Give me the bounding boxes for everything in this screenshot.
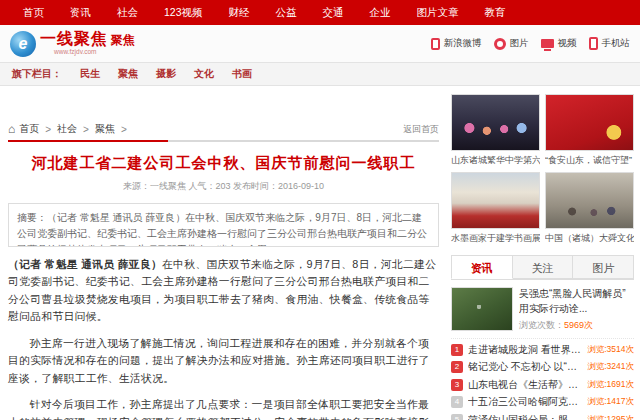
view-count: 浏览:3241次 xyxy=(587,361,634,373)
weibo-icon xyxy=(431,38,440,50)
photo-thumbnail-stage xyxy=(451,94,540,151)
subnav-wenhua[interactable]: 文化 xyxy=(194,67,214,81)
nav-society[interactable]: 社会 xyxy=(104,0,151,25)
rank-badge: 1 xyxy=(451,344,463,356)
photo-item[interactable]: 中国（诸城）大舜文化节 xyxy=(545,172,634,245)
article-title: 河北建工省二建公司工会中秋、国庆节前慰问一线职工 xyxy=(8,154,439,173)
quicklink-weibo[interactable]: 新浪微博 xyxy=(431,37,482,50)
photo-caption: 中国（诸城）大舜文化节 xyxy=(545,232,634,245)
breadcrumb-jujiao[interactable]: 聚焦 xyxy=(95,122,115,136)
subnav-minsheng[interactable]: 民生 xyxy=(80,67,100,81)
home-icon: ⌂ xyxy=(8,124,15,134)
subnav-shuhua[interactable]: 书画 xyxy=(232,67,252,81)
photo-thumbnail-banner xyxy=(545,94,634,151)
photo-caption: “食安山东，诚信守望” xyxy=(545,154,634,167)
site-header: e 一线聚焦聚焦 www.fzjdv.com 新浪微博 图片 视频 手机站 xyxy=(0,25,640,62)
view-count: 浏览:1295次 xyxy=(587,414,634,420)
nav-photo-articles[interactable]: 图片文章 xyxy=(404,0,472,25)
nav-news[interactable]: 资讯 xyxy=(57,0,104,25)
rank-badge: 2 xyxy=(451,361,463,373)
nav-123video[interactable]: 123视频 xyxy=(151,0,216,25)
news-list-item[interactable]: 5 菏泽仿山国税分局：服务凸显 浏览:1295次 xyxy=(451,411,634,420)
sidebar-tabs: 资讯 关注 图片 xyxy=(451,255,634,280)
tab-tupian[interactable]: 图片 xyxy=(573,255,634,279)
nav-enterprise[interactable]: 企业 xyxy=(357,0,404,25)
nav-education[interactable]: 教育 xyxy=(472,0,519,25)
logo-title: 一线聚焦 xyxy=(40,30,108,47)
site-logo[interactable]: e 一线聚焦聚焦 www.fzjdv.com xyxy=(10,31,135,57)
quicklink-mobile[interactable]: 手机站 xyxy=(589,37,631,50)
photo-item[interactable]: “食安山东，诚信守望” xyxy=(545,94,634,167)
camera-icon xyxy=(494,38,506,50)
tab-guanzhu[interactable]: 关注 xyxy=(513,255,574,279)
photo-grid: 山东诸城繁华中学第六届 “食安山东，诚信守望” 水墨画家于建学书画展在 中国（诸… xyxy=(451,94,634,250)
news-list-item[interactable]: 3 山东电视台《生活帮》摄制组来 浏览:1691次 xyxy=(451,376,634,394)
sidebar: 山东诸城繁华中学第六届 “食安山东，诚信守望” 水墨画家于建学书画展在 中国（诸… xyxy=(445,86,640,420)
news-list-item[interactable]: 2 铭记党心 不忘初心 以“四讲四 浏览:3241次 xyxy=(451,359,634,377)
news-list-item[interactable]: 1 走进诸城殷龙洞 看世界地质奇观 浏览:3514次 xyxy=(451,341,634,359)
article-paragraph: （记者 常魁星 通讯员 薛亚良）在中秋、国庆双节来临之际，9月7日、8日，河北二… xyxy=(8,256,439,326)
nav-charity[interactable]: 公益 xyxy=(263,0,310,25)
article-paragraph: 针对今后项目工作，孙主席提出了几点要求：一是项目部全体职工要把安全当作最大的效益… xyxy=(8,396,439,420)
logo-globe-icon: e xyxy=(10,31,36,57)
news-list: 1 走进诸城殷龙洞 看世界地质奇观 浏览:3514次 2 铭记党心 不忘初心 以… xyxy=(451,341,634,420)
article-column: ⌂ 首页 > 社会 > 聚焦 > 返回首页 河北建工省二建公司工会中秋、国庆节前… xyxy=(0,86,445,420)
news-list-item[interactable]: 4 十五冶三公司哈铜阿克托盖项目 浏览:1417次 xyxy=(451,394,634,412)
nav-finance[interactable]: 财经 xyxy=(216,0,263,25)
photo-thumbnail-crowd xyxy=(545,172,634,229)
back-home-link[interactable]: 返回首页 xyxy=(403,123,439,136)
breadcrumb-home[interactable]: 首页 xyxy=(19,122,39,136)
breadcrumb-underline xyxy=(8,140,168,142)
photo-caption: 水墨画家于建学书画展在 xyxy=(451,232,540,245)
view-count: 浏览:3514次 xyxy=(587,344,634,356)
quicklink-video[interactable]: 视频 xyxy=(541,37,577,50)
rank-badge: 4 xyxy=(451,396,463,408)
featured-thumbnail xyxy=(451,287,513,331)
article-meta: 来源：一线聚焦 人气：203 发布时间：2016-09-10 xyxy=(8,180,439,193)
photo-thumbnail-building xyxy=(451,172,540,229)
byline: （记者 常魁星 通讯员 薛亚良） xyxy=(8,258,162,270)
breadcrumb: ⌂ 首页 > 社会 > 聚焦 > 返回首页 xyxy=(8,122,439,142)
article-paragraph: 孙主席一行进入现场了解施工情况，询问工程进展和存在的困难，并分别就各个项目的实际… xyxy=(8,335,439,387)
logo-subtitle: 聚焦 xyxy=(111,33,135,47)
main-content: ⌂ 首页 > 社会 > 聚焦 > 返回首页 河北建工省二建公司工会中秋、国庆节前… xyxy=(0,86,640,420)
rank-badge: 5 xyxy=(451,414,463,420)
photo-item[interactable]: 山东诸城繁华中学第六届 xyxy=(451,94,540,167)
subnav-jujiao[interactable]: 聚焦 xyxy=(118,67,138,81)
subnav-sheying[interactable]: 摄影 xyxy=(156,67,176,81)
photo-caption: 山东诸城繁华中学第六届 xyxy=(451,154,540,167)
nav-home[interactable]: 首页 xyxy=(10,0,57,25)
featured-views: 浏览次数：5969次 xyxy=(519,319,634,332)
article-summary: 摘要：（记者 常魁星 通讯员 薛亚良）在中秋、国庆双节来临之际，9月7日、8日，… xyxy=(8,203,439,247)
logo-url: www.fzjdv.com xyxy=(54,49,135,56)
header-quick-links: 新浪微博 图片 视频 手机站 xyxy=(431,37,631,50)
nav-traffic[interactable]: 交通 xyxy=(310,0,357,25)
tab-zixun[interactable]: 资讯 xyxy=(451,255,513,279)
quicklink-pictures[interactable]: 图片 xyxy=(494,37,529,50)
phone-icon xyxy=(589,37,598,50)
photo-item[interactable]: 水墨画家于建学书画展在 xyxy=(451,172,540,245)
view-count: 浏览:1417次 xyxy=(587,396,634,408)
rank-badge: 3 xyxy=(451,379,463,391)
article-body: （记者 常魁星 通讯员 薛亚良）在中秋、国庆双节来临之际，9月7日、8日，河北二… xyxy=(8,256,439,420)
view-count: 浏览:1691次 xyxy=(587,379,634,391)
top-navigation: 首页 资讯 社会 123视频 财经 公益 交通 企业 图片文章 教育 xyxy=(0,0,640,25)
breadcrumb-society[interactable]: 社会 xyxy=(57,122,77,136)
sub-navigation: 旗下栏目： 民生 聚焦 摄影 文化 书画 xyxy=(0,62,640,86)
featured-news-item[interactable]: 吴强忠“黑脸人民调解员”用实际行动诠... 浏览次数：5969次 xyxy=(451,280,634,339)
featured-title: 吴强忠“黑脸人民调解员”用实际行动诠... xyxy=(519,287,634,316)
video-icon xyxy=(541,39,554,48)
subnav-label: 旗下栏目： xyxy=(12,67,62,81)
